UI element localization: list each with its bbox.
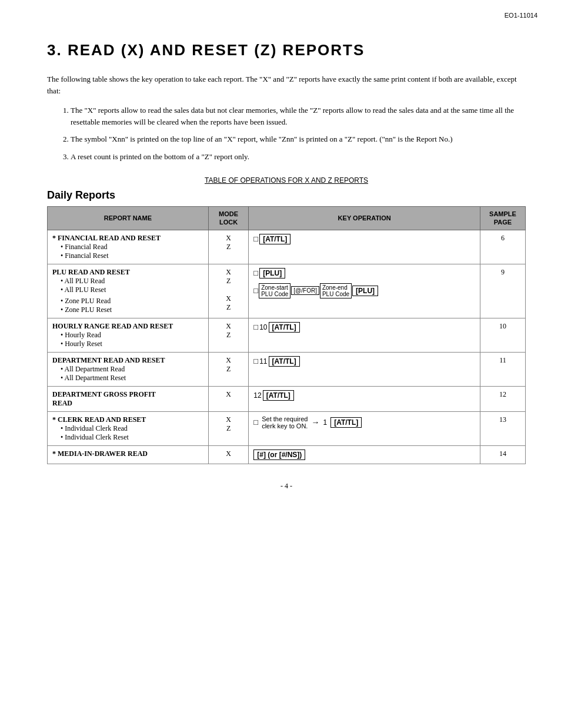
report-table: REPORT NAME MODELOCK KEY OPERATION SAMPL… [47,206,526,464]
table-row: PLU READ AND RESET All PLU Read All PLU … [48,264,526,318]
list-item-3: A reset count is printed on the bottom o… [71,151,526,163]
key-hourly: □ 10 [AT/TL] [249,318,480,352]
section-title: Daily Reports [47,189,526,202]
mode-dept-gross: X [208,386,248,411]
report-name-hourly: HOURLY RANGE READ AND RESET Hourly Read … [48,318,209,352]
sample-hourly: 10 [480,318,525,352]
table-row: * CLERK READ AND RESET Individual Clerk … [48,411,526,445]
report-name-plu: PLU READ AND RESET All PLU Read All PLU … [48,264,209,318]
report-name-financial: * FINANCIAL READ AND RESET Financial Rea… [48,230,209,264]
sample-financial: 6 [480,230,525,264]
mode-hourly: XZ [208,318,248,352]
mode-financial: XZ [208,230,248,264]
report-name-clerk: * CLERK READ AND RESET Individual Clerk … [48,411,209,445]
th-report-name: REPORT NAME [48,207,209,230]
key-clerk: □ Set the requiredclerk key to ON. → 1 [… [249,411,480,445]
th-mode-lock: MODELOCK [208,207,248,230]
mode-media: X [208,445,248,464]
table-title: TABLE OF OPERATIONS FOR X AND Z REPORTS [47,176,526,184]
th-sample-page: SAMPLEPAGE [480,207,525,230]
doc-id: EO1-11014 [505,12,537,19]
table-row: DEPARTMENT READ AND RESET All Department… [48,352,526,386]
key-plu: □ [PLU] □ Zone-startPLU Code [@/FOR] Zon… [249,264,480,318]
sample-dept-gross: 12 [480,386,525,411]
table-row: * FINANCIAL READ AND RESET Financial Rea… [48,230,526,264]
mode-clerk: XZ [208,411,248,445]
key-dept-gross: 12 [AT/TL] [249,386,480,411]
intro-paragraph: The following table shows the key operat… [47,73,526,96]
report-name-department: DEPARTMENT READ AND RESET All Department… [48,352,209,386]
table-row: DEPARTMENT GROSS PROFITREAD X 12 [AT/TL]… [48,386,526,411]
sample-media: 14 [480,445,525,464]
key-department: □ 11 [AT/TL] [249,352,480,386]
mode-department: XZ [208,352,248,386]
list-item-2: The symbol "Xnn" is printed on the top l… [71,133,526,145]
list-item-1: The "X" reports allow to read the sales … [71,105,526,128]
mode-plu: XZXZ [208,264,248,318]
report-name-media: * MEDIA-IN-DRAWER READ [48,445,209,464]
sample-department: 11 [480,352,525,386]
table-row: HOURLY RANGE READ AND RESET Hourly Read … [48,318,526,352]
numbered-list: The "X" reports allow to read the sales … [71,105,526,162]
report-name-dept-gross: DEPARTMENT GROSS PROFITREAD [48,386,209,411]
th-key-operation: KEY OPERATION [249,207,480,230]
main-title: 3. READ (X) AND RESET (Z) REPORTS [47,41,526,59]
page-footer: - 4 - [47,482,526,491]
key-financial: □ [AT/TL] [249,230,480,264]
table-row: * MEDIA-IN-DRAWER READ X [#] (or [#/NS])… [48,445,526,464]
key-media: [#] (or [#/NS]) [249,445,480,464]
sample-clerk: 13 [480,411,525,445]
sample-plu: 9 [480,264,525,318]
